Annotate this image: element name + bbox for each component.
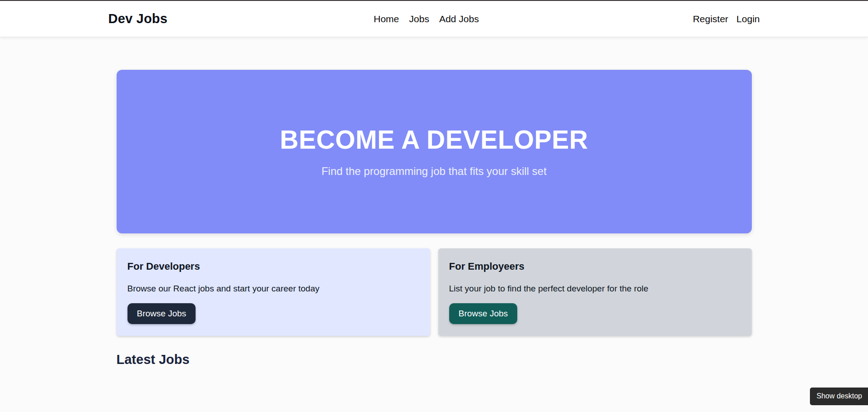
hero-banner: BECOME A DEVELOPER Find the programming … [117, 70, 752, 233]
card-title: For Employeers [449, 261, 741, 272]
nav-link-add-jobs[interactable]: Add Jobs [439, 14, 479, 24]
browse-jobs-button-employers[interactable]: Browse Jobs [449, 303, 518, 324]
auth-nav: Register Login [693, 14, 760, 24]
nav-link-jobs[interactable]: Jobs [409, 14, 429, 24]
card-description: Browse our React jobs and start your car… [128, 284, 419, 294]
main-nav: Home Jobs Add Jobs [374, 14, 479, 24]
card-description: List your job to find the perfect develo… [449, 284, 741, 294]
show-desktop-tooltip: Show desktop [810, 388, 868, 405]
card-for-developers: For Developers Browse our React jobs and… [117, 248, 430, 336]
nav-link-login[interactable]: Login [736, 14, 760, 24]
navbar: Dev Jobs Home Jobs Add Jobs Register Log… [0, 1, 868, 37]
nav-link-register[interactable]: Register [693, 14, 728, 24]
browse-jobs-button-developers[interactable]: Browse Jobs [128, 303, 196, 324]
info-cards: For Developers Browse our React jobs and… [117, 248, 752, 336]
main-content: BECOME A DEVELOPER Find the programming … [117, 70, 752, 367]
navbar-inner: Dev Jobs Home Jobs Add Jobs Register Log… [108, 1, 760, 37]
card-for-employers: For Employeers List your job to find the… [438, 248, 752, 336]
hero-subtitle: Find the programming job that fits your … [321, 165, 546, 178]
hero-title: BECOME A DEVELOPER [280, 126, 588, 154]
card-title: For Developers [128, 261, 419, 272]
brand-logo[interactable]: Dev Jobs [108, 11, 168, 26]
nav-link-home[interactable]: Home [374, 14, 399, 24]
latest-jobs-heading: Latest Jobs [117, 352, 752, 367]
